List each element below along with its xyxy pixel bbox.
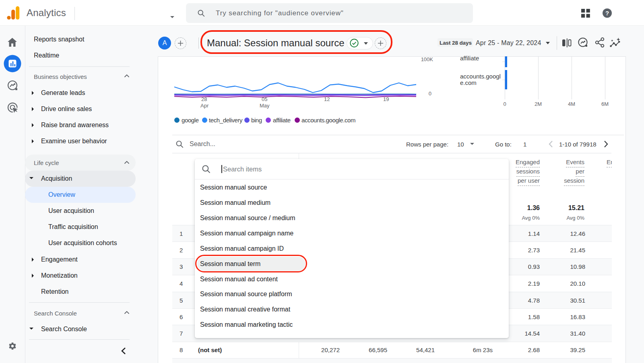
- svg-text:?: ?: [605, 10, 609, 16]
